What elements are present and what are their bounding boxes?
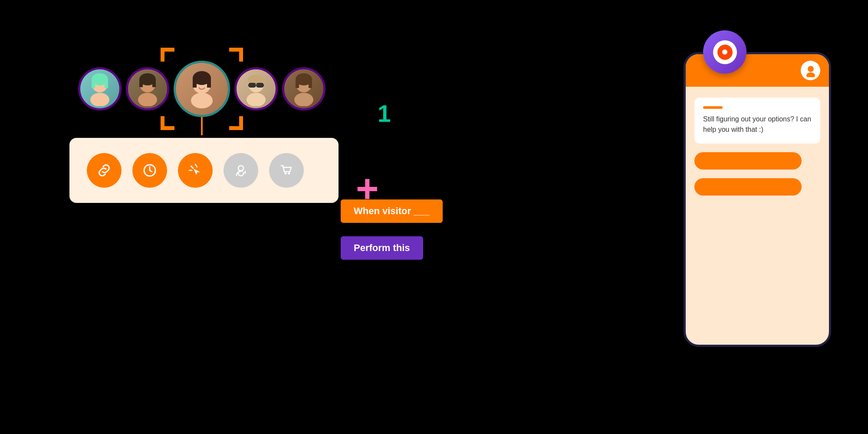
avatar-row [69,61,339,117]
chat-message-text: Still figuring out your options? I can h… [703,115,811,133]
svg-point-30 [808,66,814,72]
avatar-4[interactable] [234,67,278,111]
phone-mockup: Still figuring out your options? I can h… [684,52,831,347]
cart-icon [279,163,294,178]
svg-rect-13 [193,78,197,88]
cart-icon-button[interactable] [269,153,304,188]
perform-this-badge: Perform this [341,236,423,260]
action-panel [69,138,339,203]
svg-point-31 [806,72,815,77]
bot-eye-inner [717,45,733,60]
svg-rect-14 [207,78,211,88]
link-icon [96,163,112,178]
avatar-container-5 [282,67,326,111]
bot-avatar [703,30,746,74]
face-1 [80,69,119,108]
face-4 [237,69,276,108]
svg-rect-8 [139,79,143,87]
svg-rect-4 [105,79,108,88]
svg-rect-3 [92,79,95,88]
bot-eye [713,40,737,64]
svg-point-29 [288,173,290,175]
avatar-5[interactable] [282,67,326,111]
svg-point-28 [285,173,287,175]
face-2 [128,69,167,108]
svg-rect-18 [248,83,256,88]
bracket-tr [229,48,243,62]
link-icon-button[interactable] [87,153,122,188]
svg-rect-19 [256,83,264,88]
svg-point-1 [90,93,109,106]
connector-line [201,117,203,135]
left-section [69,61,339,203]
bracket-bl [161,116,174,130]
click-icon-button[interactable] [178,153,213,188]
svg-rect-9 [152,79,156,87]
person-icon-button[interactable] [224,153,258,188]
chat-bubble: Still figuring out your options? I can h… [694,98,820,144]
phone-agent-avatar [801,61,820,80]
svg-point-16 [247,93,266,106]
clock-icon [142,163,158,178]
svg-rect-25 [309,79,312,88]
chat-pill-1[interactable] [694,152,802,170]
svg-point-11 [191,93,213,108]
featured-inner [174,61,230,117]
bracket-tl [161,48,174,62]
when-visitor-badge: When visitor ___ [341,199,443,223]
svg-rect-20 [255,84,257,86]
avatar-container-4 [234,67,278,111]
avatar-1[interactable] [78,67,122,111]
svg-point-6 [138,93,157,106]
person-refresh-icon [233,163,249,178]
avatar-2[interactable] [126,67,169,111]
chat-pill-2[interactable] [694,178,802,196]
svg-point-22 [294,93,313,106]
face-5 [284,69,323,108]
avatar-3[interactable] [174,61,230,117]
avatar-container-2 [126,67,169,111]
number-badge: 1 [378,100,391,127]
avatar-container-3-featured [174,61,230,117]
phone-body: Still figuring out your options? I can h… [686,87,829,206]
main-scene: 1 + When visitor ___ Perform this [0,0,868,434]
click-icon [187,163,203,178]
chat-line-accent [703,106,723,109]
svg-rect-24 [296,79,299,88]
agent-icon [804,64,817,77]
bot-eye-pupil [721,48,729,56]
clock-icon-button[interactable] [132,153,167,188]
bracket-br [229,116,243,130]
avatar-container-1 [78,67,122,111]
svg-point-27 [238,166,243,171]
face-3 [176,63,228,115]
